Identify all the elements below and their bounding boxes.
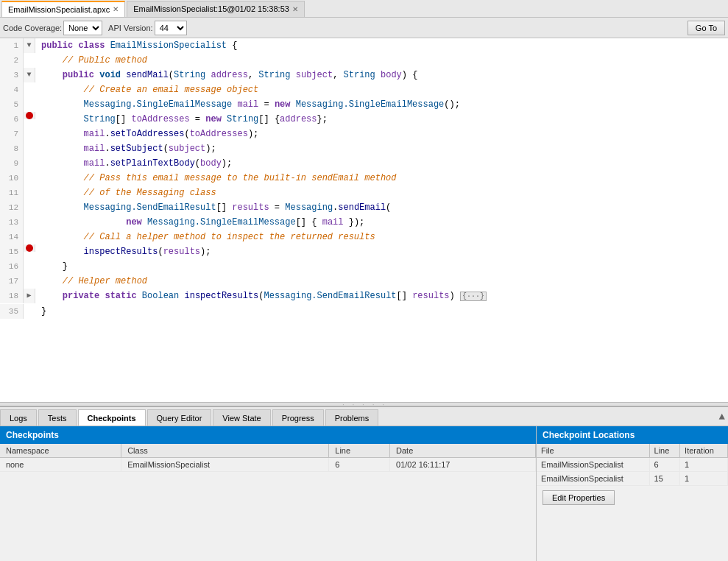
bottom-panel-close[interactable]: ▲ [719,411,725,423]
fold-arrow-icon[interactable]: ▼ [26,38,31,53]
location-col-file: File [537,444,649,458]
line-number: 16 [0,259,24,274]
line-content: String[] toAddresses = new String[] {add… [35,112,328,127]
line-gutter: ▼ [24,68,35,82]
line-content: // Public method [35,53,147,68]
bottom-tab-logs[interactable]: Logs [0,409,37,426]
line-content: } [35,259,68,274]
checkpoint-cell-namespace: none [0,458,121,472]
tab-editor-debug[interactable]: EmailMissionSpecialist:15@01/02 15:38:53… [127,1,305,17]
line-content: mail.setPlainTextBody(body); [35,156,232,171]
tab-editor-main[interactable]: EmailMissionSpecialist.apxc ✕ [1,1,125,17]
code-line: 7 mail.setToAddresses(toAddresses); [0,127,728,141]
checkpoint-col-class: Class [121,444,329,458]
code-line: 17 // Helper method [0,274,728,289]
line-number: 2 [0,53,24,68]
line-content: private static Boolean inspectResults(Me… [35,289,487,304]
line-number: 11 [0,186,24,200]
breakpoint-indicator [26,112,33,119]
checkpoints-panel: Checkpoints NamespaceClassLineDatenoneEm… [0,426,537,561]
line-number: 6 [0,112,24,127]
line-number: 8 [0,141,24,156]
line-number: 12 [0,200,24,215]
line-content: // Helper method [35,274,147,289]
locations-table: FileLineIterationEmailMissionSpecialist6… [537,444,728,486]
fold-arrow-icon[interactable]: ▼ [26,68,31,82]
checkpoint-col-namespace: Namespace [0,444,121,458]
location-cell-file: EmailMissionSpecialist [537,472,649,486]
code-line: 15 inspectResults(results); [0,244,728,259]
bottom-content: Checkpoints NamespaceClassLineDatenoneEm… [0,426,728,561]
table-row: EmailMissionSpecialist151 [537,472,728,486]
line-content: new Messaging.SingleEmailMessage[] { mai… [35,215,364,230]
code-line: 13 new Messaging.SingleEmailMessage[] { … [0,215,728,230]
code-line: 11 // of the Messaging class [0,186,728,200]
tab-bar: EmailMissionSpecialist.apxc ✕ EmailMissi… [0,0,728,18]
tab-label-debug: EmailMissionSpecialist:15@01/02 15:38:53 [133,4,289,13]
checkpoint-cell-line: 6 [329,458,390,472]
bottom-tab-progress[interactable]: Progress [272,409,324,426]
fold-arrow-icon[interactable]: ▶ [26,289,31,303]
location-cell-line: 6 [649,458,680,472]
line-content: Messaging.SendEmailResult[] results = Me… [35,200,391,215]
line-content: // Pass this email message to the built-… [35,171,396,186]
code-line: 3▼ public void sendMail(String address, … [0,68,728,82]
line-number: 3 [0,68,24,82]
line-number: 9 [0,156,24,171]
line-number: 5 [0,97,24,112]
line-content: public class EmailMissionSpecialist { [35,38,237,53]
location-col-line: Line [649,444,680,458]
line-number: 1 [0,38,24,53]
bottom-tab-query-editor[interactable]: Query Editor [147,409,212,426]
coverage-label: Code Coverage: [3,24,62,32]
line-number: 14 [0,230,24,244]
checkpoint-col-line: Line [329,444,390,458]
location-cell-iteration: 1 [680,472,728,486]
line-number: 17 [0,274,24,289]
bottom-tab-problems[interactable]: Problems [325,409,378,426]
code-line: 35} [0,304,728,319]
line-content: // Call a helper method to inspect the r… [35,230,375,244]
code-line: 5 Messaging.SingleEmailMessage mail = ne… [0,97,728,112]
code-line: 8 mail.setSubject(subject); [0,141,728,156]
code-line: 10 // Pass this email message to the bui… [0,171,728,186]
code-line: 9 mail.setPlainTextBody(body); [0,156,728,171]
line-number: 35 [0,304,24,319]
breakpoint-indicator [26,244,33,252]
api-select[interactable]: 44 [155,21,187,35]
checkpoints-title: Checkpoints [6,430,59,440]
line-number: 4 [0,82,24,97]
code-line: 18▶ private static Boolean inspectResult… [0,289,728,304]
location-cell-line: 15 [649,472,680,486]
checkpoint-cell-date: 01/02 16:11:17 [390,458,536,472]
bottom-tab-checkpoints[interactable]: Checkpoints [78,409,146,426]
line-content: } [35,304,46,319]
line-content: mail.setSubject(subject); [35,141,216,156]
tab-label-main: EmailMissionSpecialist.apxc [8,5,110,14]
bottom-panel: LogsTestsCheckpointsQuery EditorView Sta… [0,406,728,561]
locations-title: Checkpoint Locations [543,430,635,440]
editor-area: 1▼public class EmailMissionSpecialist {2… [0,38,728,402]
line-number: 7 [0,127,24,141]
code-line: 16 } [0,259,728,274]
line-gutter: ▶ [24,289,35,303]
checkpoint-col-date: Date [390,444,536,458]
line-content: // of the Messaging class [35,186,216,200]
tab-close-main[interactable]: ✕ [113,5,119,13]
coverage-select[interactable]: None [63,21,102,35]
line-content: // Create an email message object [35,82,258,97]
code-line: 6 String[] toAddresses = new String[] {a… [0,112,728,127]
checkpoints-table: NamespaceClassLineDatenoneEmailMissionSp… [0,444,536,472]
tab-close-debug[interactable]: ✕ [292,5,298,13]
bottom-tab-view-state[interactable]: View State [213,409,270,426]
goto-button[interactable]: Go To [688,21,725,35]
checkpoint-cell-class: EmailMissionSpecialist [121,458,329,472]
checkpoint-locations-panel: Checkpoint Locations FileLineIterationEm… [537,426,728,561]
edit-properties-button[interactable]: Edit Properties [543,490,615,505]
bottom-tab-tests[interactable]: Tests [38,409,77,426]
code-line: 4 // Create an email message object [0,82,728,97]
code-container: 1▼public class EmailMissionSpecialist {2… [0,38,728,402]
line-content: public void sendMail(String address, Str… [35,68,417,82]
line-content: mail.setToAddresses(toAddresses); [35,127,258,141]
code-line: 14 // Call a helper method to inspect th… [0,230,728,244]
